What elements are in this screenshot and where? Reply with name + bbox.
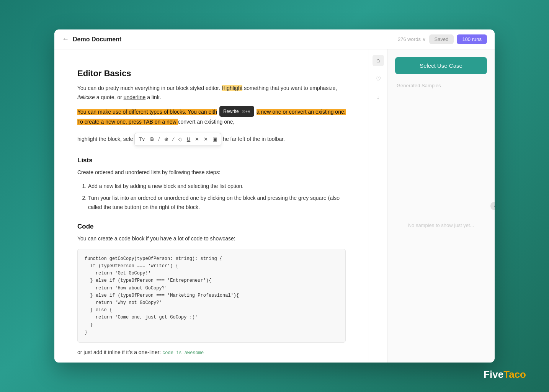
download-icon[interactable]: ↓ xyxy=(373,91,384,103)
header: ← Demo Document 276 words ∨ Saved 100 ru… xyxy=(54,29,495,49)
runs-button[interactable]: 100 runs xyxy=(457,34,487,44)
code-block: function getCoCopy(typeOfPerson: string)… xyxy=(77,249,346,343)
sidebar-icons: ⌂ ♡ ↓ xyxy=(369,49,387,363)
list-item: Add a new list by adding a new block and… xyxy=(88,182,346,191)
right-panel: Select Use Case Generated Samples No sam… xyxy=(387,49,495,363)
list-item: Turn your list into an ordered or unorde… xyxy=(88,194,346,212)
editor-paragraph-1: You can do pretty much everything in our… xyxy=(77,84,346,102)
panel-wrapper: Select Use Case Generated Samples No sam… xyxy=(387,49,495,363)
lists-intro: Create ordered and unordered lists by fo… xyxy=(77,168,346,177)
saved-button[interactable]: Saved xyxy=(429,34,454,44)
editor-paragraph-3: highlight the block, sele T∨ B i ⊕ ∕ ◇ U… xyxy=(77,131,346,146)
editor-heading-code: Code xyxy=(77,223,346,230)
editor-heading-lists: Lists xyxy=(77,157,346,164)
branding: FiveTaco xyxy=(484,369,526,381)
main-content: Editor Basics You can do pretty much eve… xyxy=(54,49,495,363)
inline-code: code is awesome xyxy=(162,350,204,356)
samples-area: No samples to show just yet... xyxy=(395,95,487,355)
italic-text: italicise xyxy=(77,94,95,100)
heart-icon[interactable]: ♡ xyxy=(373,73,384,85)
brand-five: Five xyxy=(484,369,503,380)
back-button[interactable]: ← xyxy=(62,35,69,43)
select-use-case-button[interactable]: Select Use Case xyxy=(395,57,487,74)
no-samples-text: No samples to show just yet... xyxy=(408,222,474,228)
app-window: ← Demo Document 276 words ∨ Saved 100 ru… xyxy=(54,29,495,363)
brand-taco: Taco xyxy=(503,369,526,380)
editor-list: Add a new list by adding a new block and… xyxy=(88,182,346,212)
highlight-text: Highlight xyxy=(222,85,242,91)
inline-code-paragraph: or just add it inline if it's a one-line… xyxy=(77,348,346,357)
editor-paragraph-2: You can make use of different types of b… xyxy=(77,107,346,127)
home-icon[interactable]: ⌂ xyxy=(373,55,384,66)
word-count: 276 words ∨ xyxy=(398,36,426,42)
format-toolbar[interactable]: T∨ B i ⊕ ∕ ◇ U ✕ ✕ ▣ xyxy=(134,133,221,146)
header-actions: 276 words ∨ Saved 100 runs xyxy=(398,34,487,44)
editor-area[interactable]: Editor Basics You can do pretty much eve… xyxy=(54,49,369,363)
editor-heading-1: Editor Basics xyxy=(77,69,346,78)
code-intro: You can create a code block if you have … xyxy=(77,234,346,243)
generated-samples-label: Generated Samples xyxy=(395,80,487,90)
underline-text: underline xyxy=(124,94,146,100)
document-title: Demo Document xyxy=(73,36,398,43)
rewrite-tooltip[interactable]: Rewrite ⌘+R xyxy=(219,106,254,117)
